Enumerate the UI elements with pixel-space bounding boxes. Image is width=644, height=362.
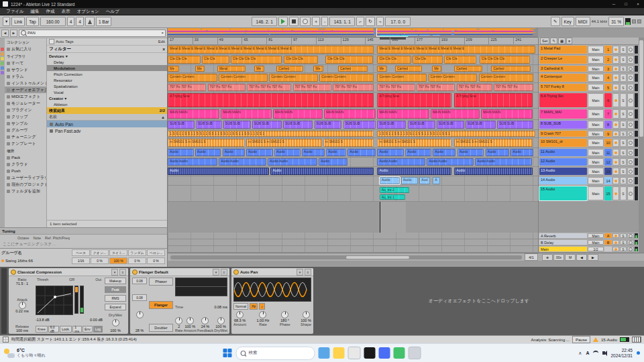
clip[interactable]: Me — [168, 66, 179, 72]
knee-value[interactable]: 6.0 dB — [48, 326, 59, 333]
clip[interactable]: SUB SUB — [315, 121, 342, 129]
track-arm-button[interactable] — [627, 74, 634, 82]
track-name[interactable]: 2 Creeper Le — [539, 56, 587, 64]
track-header[interactable]: 2 Creeper LeMain2S — [539, 55, 639, 65]
shape-knob[interactable] — [303, 311, 310, 318]
clip[interactable]: A Trying Sine — [377, 93, 451, 107]
taskbar-app-icon-3[interactable] — [364, 347, 376, 359]
amount-knob[interactable] — [236, 311, 244, 318]
taskbar-search[interactable]: 検索 — [236, 347, 315, 360]
clip[interactable]: Audio — [274, 149, 301, 156]
sidebar-item[interactable]: Push — [5, 168, 46, 174]
clip[interactable]: Metal E Metal E Metal E Metal E Metal E … — [377, 46, 535, 54]
clip[interactable]: MAIN MAIN — [273, 109, 323, 119]
clip[interactable]: Cathed — [454, 66, 482, 72]
track-arm-button[interactable] — [627, 66, 634, 72]
track-solo-button[interactable]: S — [620, 66, 627, 72]
track-arm-button[interactable] — [627, 46, 634, 54]
warmth-value[interactable]: 28 % — [132, 328, 147, 333]
clip[interactable]: Cla Cla Cla — [377, 56, 411, 64]
track-activator[interactable] — [612, 139, 619, 147]
track-output-chooser[interactable]: Main — [588, 139, 604, 147]
track-output-chooser[interactable]: Main — [588, 109, 604, 119]
track-output-chooser[interactable]: Main — [588, 56, 604, 64]
ruler-mark[interactable]: 129 — [341, 38, 349, 44]
track-solo-button[interactable]: S — [620, 247, 627, 251]
clip[interactable]: Audio Audio — [377, 158, 425, 166]
track-arm-button[interactable] — [627, 186, 634, 200]
set-button[interactable]: Set — [540, 38, 549, 44]
keyboard-icon[interactable] — [632, 337, 641, 343]
track-header[interactable]: 7 MAIN_MAIMain7S — [539, 109, 639, 120]
ruler-mark[interactable]: 113 — [316, 38, 324, 44]
sidebar-item[interactable]: 現在のプロジェクト — [5, 181, 46, 188]
track-lane[interactable]: m SM101 S m SM101 Sm SM101 S m SM101 Sm … — [168, 138, 538, 148]
clip[interactable]: 707 Fu 707 Fu — [494, 84, 534, 91]
zoom-preset-button[interactable]: 00x — [553, 254, 564, 261]
clip[interactable]: Au_tro 1 — [380, 194, 406, 200]
feedback-knob[interactable] — [201, 317, 209, 324]
menu-item-0[interactable]: ファイル — [3, 9, 28, 15]
monitor-button[interactable]: M — [565, 254, 576, 261]
add-track-button[interactable]: ⊕ — [542, 254, 553, 261]
close-filter-icon[interactable]: × — [162, 47, 165, 52]
track-header[interactable]: 6 A Trying SinMain6S — [539, 93, 639, 109]
ratio-value[interactable]: 71.5 : 1 — [11, 282, 34, 286]
clip[interactable]: Audio — [377, 149, 404, 156]
sidebar-item[interactable]: プラグイン — [5, 107, 46, 113]
clip[interactable]: Cla Cla Cla — [325, 56, 373, 64]
track-lane[interactable] — [168, 246, 538, 253]
clip[interactable]: Audio — [433, 149, 455, 156]
clip[interactable]: Audio — [319, 158, 347, 166]
device-compressor[interactable]: Classical Compression ▾ ≡ Ratio 71.5 : 1… — [9, 268, 128, 334]
track-name[interactable]: 9 Crash 707 — [539, 131, 587, 137]
clip[interactable]: m SM101 S m SM101 S — [454, 139, 533, 147]
clip[interactable]: SUB SUB — [377, 121, 406, 129]
track-solo-button[interactable]: S — [620, 84, 627, 91]
clip[interactable]: Me — [195, 66, 205, 72]
track-lane[interactable]: MeMeMetalMeCathedMeCathedMeCathedMeCathe… — [168, 65, 538, 73]
drywet-knob[interactable] — [217, 317, 225, 324]
auto-tags-toggle[interactable] — [49, 39, 54, 44]
groove-value-cell[interactable]: 0 % — [91, 257, 109, 264]
clear-search-icon[interactable]: × — [161, 31, 164, 35]
clip[interactable]: Audio — [326, 149, 346, 156]
track-arm-button[interactable] — [627, 177, 634, 184]
automation-arm-toggle[interactable]: ◦ — [321, 17, 328, 26]
track-activator[interactable] — [612, 186, 619, 200]
lp-freq-value[interactable]: 0.08 — [132, 294, 147, 301]
clip[interactable]: Audio — [401, 177, 418, 184]
menu-icon[interactable]: ≡ — [566, 38, 572, 44]
pause-button[interactable]: Pause — [572, 336, 590, 343]
clip[interactable]: A — [433, 177, 440, 184]
track-header[interactable]: 10 SM101_drMain10S — [539, 138, 639, 148]
track-solo-button[interactable]: S — [620, 139, 627, 147]
track-name[interactable]: 10 SM101_dr — [539, 139, 587, 147]
track-output-chooser[interactable]: Main — [588, 46, 604, 54]
device-activator[interactable] — [233, 269, 239, 275]
track-activator[interactable] — [612, 168, 619, 175]
compressor-transfer-graph[interactable] — [36, 286, 73, 315]
track-header[interactable]: Main1/2S — [539, 246, 639, 253]
sidebar-item[interactable]: ユーザーライブラリ — [5, 174, 46, 181]
stop-button[interactable] — [289, 17, 299, 26]
ruler-mark[interactable]: 81 — [266, 38, 272, 44]
clip[interactable]: Metal — [217, 66, 246, 72]
track-name[interactable]: 6 A Trying Sin — [539, 93, 587, 107]
clip[interactable]: Audio Audio — [219, 158, 266, 166]
track-activator[interactable] — [612, 93, 619, 107]
clip[interactable]: SUB SUB — [466, 121, 496, 129]
play-button[interactable] — [278, 17, 288, 26]
filter-tag[interactable]: Vocal — [47, 89, 167, 95]
attack-value[interactable]: 0.22 ms — [11, 309, 34, 313]
sidebar-item[interactable]: ドラム — [5, 73, 46, 80]
wifi-icon[interactable] — [593, 351, 598, 356]
track-lane[interactable]: A Trying SineA Trying SineA Trying Sine — [168, 93, 538, 109]
menu-item-4[interactable]: オプション — [74, 9, 103, 15]
track-solo-button[interactable]: S — [620, 74, 627, 82]
ruler-mark[interactable]: 49 — [217, 38, 223, 44]
taskbar-app-icon-6[interactable] — [409, 347, 421, 359]
midi-map-toggle[interactable]: MIDI — [576, 17, 590, 26]
clip[interactable]: Audio — [380, 177, 400, 184]
arrangement-overview[interactable] — [168, 28, 538, 38]
